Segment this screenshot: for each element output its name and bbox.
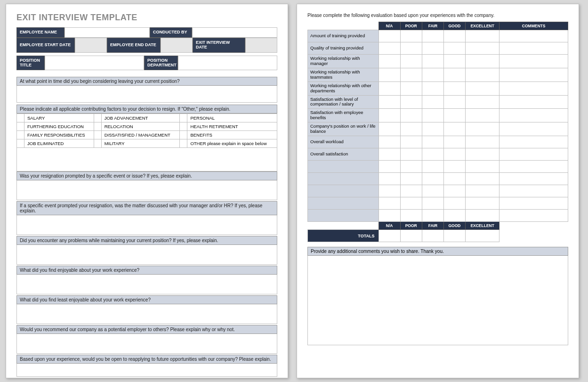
eval-rating-cell[interactable] [400,42,422,55]
eval-rating-cell[interactable] [400,148,422,161]
eval-rating-cell[interactable] [400,185,422,197]
eval-rating-cell[interactable] [443,185,465,197]
eval-rating-cell[interactable] [400,81,422,95]
factor-checkbox[interactable] [94,139,101,148]
eval-rating-cell[interactable] [466,136,499,148]
eval-rating-cell[interactable] [400,30,422,42]
eval-rating-cell[interactable] [466,210,499,222]
eval-rating-cell[interactable] [379,81,400,95]
factor-checkbox[interactable] [94,114,101,122]
eval-rating-cell[interactable] [400,55,422,68]
factor-checkbox[interactable] [180,114,187,122]
eval-rating-cell[interactable] [379,109,400,122]
factor-checkbox[interactable] [17,131,24,139]
field-start-date[interactable] [75,38,107,53]
eval-rating-cell[interactable] [400,95,422,109]
eval-rating-cell[interactable] [400,210,422,222]
eval-rating-cell[interactable] [443,81,465,95]
eval-rating-cell[interactable] [379,185,400,197]
eval-comment-cell[interactable] [499,109,568,122]
factor-checkbox[interactable] [180,122,187,131]
answer-4[interactable] [16,215,277,235]
eval-rating-cell[interactable] [466,173,499,185]
eval-rating-cell[interactable] [443,109,465,122]
eval-rating-cell[interactable] [379,148,400,161]
eval-rating-cell[interactable] [379,122,400,136]
eval-rating-cell[interactable] [443,197,465,210]
eval-rating-cell[interactable] [400,109,422,122]
eval-rating-cell[interactable] [443,55,465,68]
answer-1[interactable] [16,86,277,103]
factor-checkbox[interactable] [94,131,101,139]
eval-rating-cell[interactable] [379,95,400,109]
eval-rating-cell[interactable] [379,136,400,148]
answer-9[interactable] [16,364,277,377]
eval-rating-cell[interactable] [466,161,499,173]
eval-rating-cell[interactable] [466,197,499,210]
eval-comment-cell[interactable] [499,148,568,161]
eval-comment-cell[interactable] [499,173,568,185]
eval-rating-cell[interactable] [466,68,499,81]
eval-rating-cell[interactable] [400,173,422,185]
eval-rating-cell[interactable] [379,42,400,55]
eval-rating-cell[interactable] [422,161,443,173]
eval-rating-cell[interactable] [422,210,443,222]
eval-comment-cell[interactable] [499,197,568,210]
eval-comment-cell[interactable] [499,122,568,136]
eval-rating-cell[interactable] [443,95,465,109]
eval-comment-cell[interactable] [499,161,568,173]
eval-rating-cell[interactable] [422,109,443,122]
eval-rating-cell[interactable] [466,109,499,122]
factor-checkbox[interactable] [17,139,24,148]
eval-comment-cell[interactable] [499,42,568,55]
factors-explain[interactable] [16,148,277,171]
eval-rating-cell[interactable] [443,148,465,161]
eval-rating-cell[interactable] [443,68,465,81]
eval-comment-cell[interactable] [499,55,568,68]
eval-rating-cell[interactable] [379,210,400,222]
eval-rating-cell[interactable] [466,185,499,197]
eval-rating-cell[interactable] [443,136,465,148]
eval-rating-cell[interactable] [443,42,465,55]
additional-comments-box[interactable] [307,256,568,345]
eval-rating-cell[interactable] [400,161,422,173]
eval-rating-cell[interactable] [422,197,443,210]
eval-rating-cell[interactable] [466,95,499,109]
eval-comment-cell[interactable] [499,30,568,42]
eval-rating-cell[interactable] [422,185,443,197]
eval-comment-cell[interactable] [499,95,568,109]
eval-rating-cell[interactable] [466,30,499,42]
eval-rating-cell[interactable] [379,68,400,81]
field-position-department[interactable] [178,56,277,71]
factor-checkbox[interactable] [94,122,101,131]
factor-checkbox[interactable] [17,122,24,131]
eval-rating-cell[interactable] [379,173,400,185]
factor-checkbox[interactable] [180,139,187,148]
eval-rating-cell[interactable] [422,55,443,68]
eval-rating-cell[interactable] [466,148,499,161]
eval-comment-cell[interactable] [499,136,568,148]
eval-rating-cell[interactable] [443,210,465,222]
answer-8[interactable] [16,334,277,354]
eval-rating-cell[interactable] [443,30,465,42]
field-conducted-by[interactable] [192,27,277,38]
eval-rating-cell[interactable] [400,197,422,210]
eval-rating-cell[interactable] [400,122,422,136]
eval-rating-cell[interactable] [466,122,499,136]
answer-5[interactable] [16,245,277,265]
field-employee-name[interactable] [64,27,150,38]
answer-3[interactable] [16,180,277,200]
eval-rating-cell[interactable] [443,161,465,173]
eval-rating-cell[interactable] [466,42,499,55]
eval-rating-cell[interactable] [422,122,443,136]
factor-checkbox[interactable] [180,131,187,139]
factor-checkbox[interactable] [17,114,24,122]
eval-rating-cell[interactable] [400,136,422,148]
answer-7[interactable] [16,304,277,324]
eval-rating-cell[interactable] [422,148,443,161]
eval-rating-cell[interactable] [379,30,400,42]
eval-rating-cell[interactable] [400,68,422,81]
eval-comment-cell[interactable] [499,81,568,95]
field-interview-date[interactable] [245,38,277,53]
eval-rating-cell[interactable] [466,81,499,95]
